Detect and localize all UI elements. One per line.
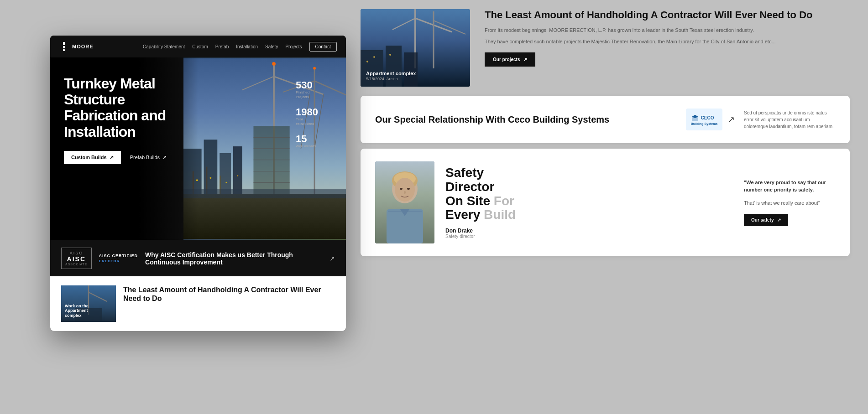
arrow-icon: ↗ <box>162 155 167 160</box>
safety-person-name: Don Drake <box>445 228 733 234</box>
ceco-logo-area: CECO Building Systems ↗ <box>686 109 735 130</box>
svg-point-53 <box>404 191 406 194</box>
project-text-small: The Least Amount of Handholding A Contra… <box>123 285 335 306</box>
nav-prefab[interactable]: Prefab <box>215 44 229 49</box>
right-panel: Appartment complex 5/18/2024, Austin The… <box>361 0 868 256</box>
arrow-icon: ↗ <box>110 155 114 160</box>
aisc-arrow-icon: ↗ <box>329 255 335 262</box>
logo-text: MOORE <box>72 44 94 49</box>
ceco-link-arrow-icon[interactable]: ↗ <box>728 114 735 124</box>
nav-contact[interactable]: Contact <box>309 42 337 52</box>
logo[interactable]: MOORE <box>59 42 94 51</box>
prefab-builds-button[interactable]: Prefab Builds ↗ <box>130 155 167 160</box>
ceco-section: Our Special Relationship With Ceco Build… <box>361 96 850 143</box>
logo-icon <box>59 42 68 51</box>
aisc-cert: AISC CERTIFIED ERECTOR <box>99 254 138 263</box>
hero-title: Turnkey Metal Structure Fabrication and … <box>64 76 192 140</box>
svg-point-51 <box>400 188 403 190</box>
safety-director-image <box>375 161 434 243</box>
ceco-text: Our Special Relationship With Ceco Build… <box>375 114 677 125</box>
page-wrapper: MOORE Capability Statement Custom Prefab… <box>0 0 868 414</box>
svg-point-44 <box>373 56 375 58</box>
safety-section: Safety Director On Site For Every Build … <box>361 149 850 256</box>
hero-buttons: Custom Builds ↗ Prefab Builds ↗ <box>64 151 282 164</box>
project-thumbnail-small: Work on theAppartmentcomplex <box>61 285 116 322</box>
our-projects-button[interactable]: Our projects ↗ <box>485 52 535 67</box>
our-safety-button[interactable]: Our safety ↗ <box>744 214 788 226</box>
hero-stats: 530 FinishedProjects 1980 Yearestablishe… <box>296 76 332 222</box>
project-img-label-small: Work on theAppartmentcomplex <box>65 304 89 318</box>
hero-section: Turnkey Metal Structure Fabrication and … <box>50 57 346 240</box>
aisc-bar[interactable]: AISC AISC ASSOCIATE AISC CERTIFIED ERECT… <box>50 240 346 276</box>
article-content: The Least Amount of Handholding A Contra… <box>485 9 850 67</box>
article-img-label: Appartment complex 5/18/2024, Austin <box>366 71 416 81</box>
ceco-logo-text: CECO <box>701 115 714 120</box>
navbar: MOORE Capability Statement Custom Prefab… <box>50 36 346 57</box>
safety-title: Safety Director On Site For Every Build <box>445 166 733 222</box>
nav-projects[interactable]: Projects <box>285 44 302 49</box>
hero-content: Turnkey Metal Structure Fabrication and … <box>50 57 346 240</box>
nav-links: Capability Statement Custom Prefab Insta… <box>143 42 337 52</box>
project-card-small: Work on theAppartmentcomplex The Least A… <box>61 285 335 322</box>
hero-text: Turnkey Metal Structure Fabrication and … <box>64 76 282 222</box>
safety-person-role: Safety director <box>445 234 733 239</box>
ceco-logo: CECO Building Systems <box>686 109 722 130</box>
article-image: Appartment complex 5/18/2024, Austin <box>361 9 470 87</box>
stat-year-established: 1980 Yearestablished <box>296 107 332 127</box>
nav-custom[interactable]: Custom <box>192 44 208 49</box>
nav-safety[interactable]: Safety <box>265 44 278 49</box>
aisc-badge: AISC AISC ASSOCIATE <box>61 248 92 269</box>
svg-point-52 <box>407 188 410 190</box>
stat-finished-projects: 530 FinishedProjects <box>296 80 332 100</box>
stat-awards: 15 Won awards <box>296 134 332 149</box>
ceco-logo-subtitle: Building Systems <box>691 122 718 125</box>
arrow-icon: ↗ <box>777 217 781 223</box>
nav-installation[interactable]: Installation <box>236 44 258 49</box>
svg-rect-42 <box>404 52 418 87</box>
svg-rect-55 <box>388 211 422 212</box>
custom-builds-button[interactable]: Custom Builds ↗ <box>64 151 121 164</box>
browser-window: MOORE Capability Statement Custom Prefab… <box>50 36 346 331</box>
nav-capability[interactable]: Capability Statement <box>143 44 185 49</box>
svg-point-50 <box>395 178 415 202</box>
browser-bottom-section: Work on theAppartmentcomplex The Least A… <box>50 276 346 331</box>
top-article: Appartment complex 5/18/2024, Austin The… <box>361 0 850 96</box>
svg-point-45 <box>389 54 391 56</box>
safety-quote: "We are very proud to say that our numbe… <box>744 179 835 227</box>
svg-point-43 <box>366 61 368 62</box>
safety-text: Safety Director On Site For Every Build … <box>445 166 733 239</box>
svg-rect-40 <box>361 50 383 87</box>
left-panel: MOORE Capability Statement Custom Prefab… <box>50 36 351 331</box>
arrow-icon: ↗ <box>523 57 527 62</box>
